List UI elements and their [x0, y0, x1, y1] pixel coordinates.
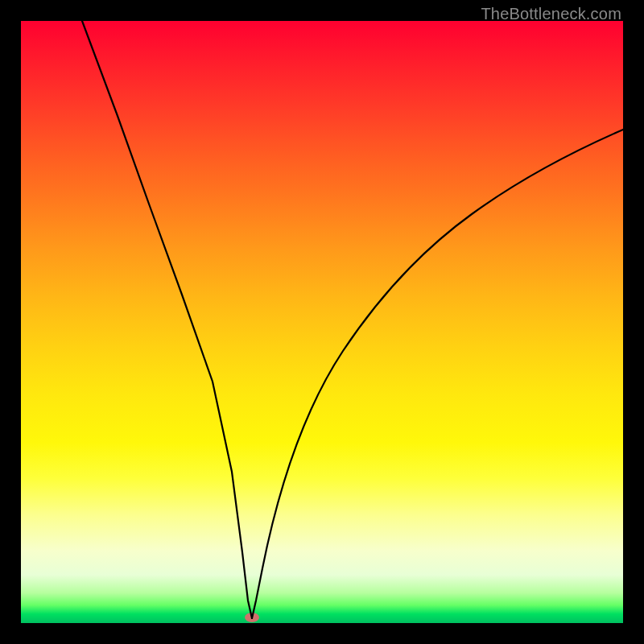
curve-left-branch	[82, 21, 252, 618]
curve-right-branch	[252, 130, 623, 618]
bottleneck-curve	[21, 21, 623, 623]
watermark-text: TheBottleneck.com	[481, 5, 621, 23]
bottleneck-plot	[21, 21, 623, 623]
